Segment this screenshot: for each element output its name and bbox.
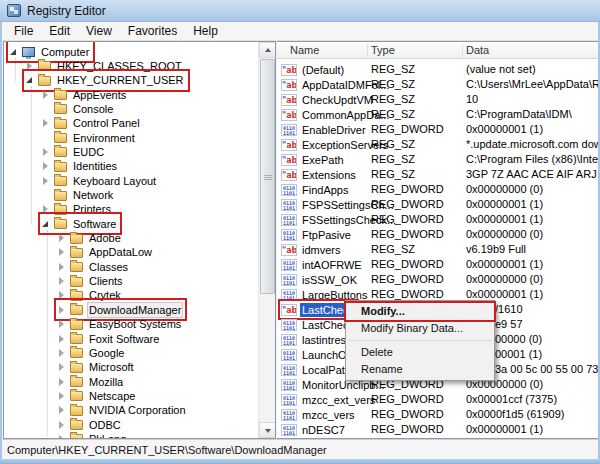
tree-item-hkey-classes-root[interactable]: HKEY_CLASSES_ROOT [26, 58, 184, 73]
tree-item-console[interactable]: Console [42, 101, 115, 116]
context-menu-item-modify-binary-data[interactable]: Modify Binary Data... [346, 320, 494, 337]
tree-vertical-scrollbar[interactable] [258, 42, 275, 438]
value-row-fssettingscheck-[interactable]: FSSettingsCheck...REG_DWORD0x00000001 (1… [277, 212, 600, 227]
expand-arrow-icon[interactable] [58, 421, 65, 429]
value-name-cell[interactable]: lastintres [281, 332, 348, 347]
scroll-down-button[interactable] [259, 422, 276, 438]
expand-arrow-icon[interactable] [58, 306, 65, 314]
expand-arrow-icon[interactable] [58, 363, 65, 371]
tree-item-appdatalow[interactable]: AppDataLow [58, 245, 154, 260]
context-menu-item-delete[interactable]: Delete [346, 344, 494, 361]
value-name-cell[interactable]: FindApps [281, 182, 350, 197]
expand-arrow-icon[interactable] [58, 291, 65, 299]
tree-item-easyboot-systems[interactable]: EasyBoot Systems [58, 317, 183, 332]
tree-item-network[interactable]: Network [42, 188, 115, 203]
scroll-thumb[interactable] [260, 59, 275, 294]
value-name-cell[interactable]: EnableDriver [281, 122, 368, 137]
expand-arrow-icon[interactable] [58, 335, 65, 343]
tree-item-adobe[interactable]: Adobe [58, 231, 123, 246]
expand-arrow-icon[interactable] [42, 91, 49, 99]
value-row-extensions[interactable]: abExtensionsREG_SZ3GP 7Z AAC ACE AIF ARJ… [277, 167, 600, 182]
value-row-intaofrwe[interactable]: intAOFRWEREG_DWORD0x00000001 (1) [277, 257, 600, 272]
value-name-cell[interactable]: abCheckUpdtVM [281, 92, 375, 107]
context-menu-item-rename[interactable]: Rename [346, 361, 494, 378]
tree-item-printers[interactable]: Printers [42, 202, 113, 217]
column-divider[interactable] [462, 44, 463, 57]
value-name-cell[interactable]: FtpPasive [281, 227, 353, 242]
value-row-checkupdtvm[interactable]: abCheckUpdtVMREG_SZ10 [277, 92, 600, 107]
value-row-idmvers[interactable]: abidmversREG_SZv6.19b9 Full [277, 242, 600, 257]
expand-arrow-icon[interactable] [58, 349, 65, 357]
column-header-type[interactable]: Type [371, 42, 395, 59]
menu-file[interactable]: File [6, 23, 41, 39]
tree-item-odbc[interactable]: ODBC [58, 417, 123, 432]
expand-arrow-icon[interactable] [58, 406, 65, 414]
tree-item-crytek[interactable]: Crytek [58, 288, 123, 303]
registry-tree-pane[interactable]: ComputerHKEY_CLASSES_ROOTHKEY_CURRENT_US… [3, 41, 276, 439]
value-name-cell[interactable]: ab(Default) [281, 62, 346, 77]
value-name-cell[interactable]: isSSW_OK [281, 272, 359, 287]
expand-arrow-icon[interactable] [58, 378, 65, 386]
tree-item-environment[interactable]: Environment [42, 130, 137, 145]
value-row--default-[interactable]: ab(Default)REG_SZ(value not set) [277, 62, 600, 77]
value-name-cell[interactable]: nDESC7 [281, 422, 347, 437]
value-name-cell[interactable]: LaunchOn [281, 347, 355, 362]
expand-arrow-icon[interactable] [42, 148, 49, 156]
tree-item-appevents[interactable]: AppEvents [42, 87, 128, 102]
expand-arrow-icon[interactable] [42, 205, 49, 213]
menu-edit[interactable]: Edit [41, 23, 78, 39]
value-name-cell[interactable]: abidmvers [281, 242, 343, 257]
tree-item-clients[interactable]: Clients [58, 274, 125, 289]
value-row-exceptionservers[interactable]: abExceptionServersREG_SZ*.update.microso… [277, 137, 600, 152]
collapse-arrow-icon[interactable] [10, 48, 17, 56]
value-row-isssw-ok[interactable]: isSSW_OKREG_DWORD0x00000000 (0) [277, 272, 600, 287]
menu-favorites[interactable]: Favorites [120, 23, 185, 39]
value-name-cell[interactable]: mzcc_vers [281, 407, 357, 422]
menu-help[interactable]: Help [185, 23, 226, 39]
value-name-cell[interactable]: intAOFRWE [281, 257, 364, 272]
tree-item-nvidia-corporation[interactable]: NVIDIA Corporation [58, 403, 188, 418]
expand-arrow-icon[interactable] [42, 119, 49, 127]
value-row-exepath[interactable]: abExePathREG_SZC:\Program Files (x86)\In… [277, 152, 600, 167]
value-row-ftppasive[interactable]: FtpPasiveREG_DWORD0x00000000 (0) [277, 227, 600, 242]
tree-item-microsoft[interactable]: Microsoft [58, 360, 136, 375]
value-name-cell[interactable]: mzcc_ext_vers [281, 392, 377, 407]
tree-item-computer[interactable]: Computer [10, 44, 91, 59]
column-header-name[interactable]: Name [290, 42, 319, 59]
tree-item-classes[interactable]: Classes [58, 259, 130, 274]
collapse-arrow-icon[interactable] [42, 220, 49, 228]
expand-arrow-icon[interactable] [58, 277, 65, 285]
tree-item-mozilla[interactable]: Mozilla [58, 374, 125, 389]
value-name-cell[interactable]: abExtensions [281, 167, 358, 182]
context-menu-item-modify[interactable]: Modify... [346, 303, 494, 320]
tree-item-software[interactable]: Software [42, 216, 118, 231]
expand-arrow-icon[interactable] [42, 177, 49, 185]
expand-arrow-icon[interactable] [58, 248, 65, 256]
tree-item-google[interactable]: Google [58, 345, 126, 360]
menu-view[interactable]: View [78, 23, 120, 39]
tree-item-control-panel[interactable]: Control Panel [42, 116, 142, 131]
value-row-appdataidmfol-[interactable]: abAppDataIDMFol...REG_SZC:\Users\MrLee\A… [277, 77, 600, 92]
expand-arrow-icon[interactable] [58, 234, 65, 242]
scroll-up-button[interactable] [259, 42, 276, 58]
tree-item-hkey-current-user[interactable]: HKEY_CURRENT_USER [26, 73, 186, 88]
expand-arrow-icon[interactable] [58, 392, 65, 400]
value-row-mzcc-vers[interactable]: mzcc_versREG_DWORD0x0000f1d5 (61909) [277, 407, 600, 422]
value-row-enabledriver[interactable]: EnableDriverREG_DWORD0x00000001 (1) [277, 122, 600, 137]
expand-arrow-icon[interactable] [58, 320, 65, 328]
tree-item-foxit-software[interactable]: Foxit Software [58, 331, 161, 346]
value-row-fspssettingsch-[interactable]: FSPSSettingsCh...REG_DWORD0x00000001 (1) [277, 197, 600, 212]
value-row-findapps[interactable]: FindAppsREG_DWORD0x00000000 (0) [277, 182, 600, 197]
tree-item-downloadmanager[interactable]: DownloadManager [58, 302, 183, 317]
value-row-ndesc7[interactable]: nDESC7REG_DWORD0x00000001 (1) [277, 422, 600, 437]
tree-item-identities[interactable]: Identities [42, 159, 119, 174]
column-divider[interactable] [367, 44, 368, 57]
value-row-mzcc-ext-vers[interactable]: mzcc_ext_versREG_DWORD0x00001ccf (7375) [277, 392, 600, 407]
expand-arrow-icon[interactable] [26, 62, 33, 70]
tree-item-eudc[interactable]: EUDC [42, 144, 106, 159]
title-bar[interactable]: Registry Editor [0, 0, 600, 22]
tree-item-keyboard-layout[interactable]: Keyboard Layout [42, 173, 158, 188]
expand-arrow-icon[interactable] [58, 263, 65, 271]
value-name-cell[interactable]: LocalPath [281, 362, 353, 377]
column-header-data[interactable]: Data [466, 42, 489, 59]
